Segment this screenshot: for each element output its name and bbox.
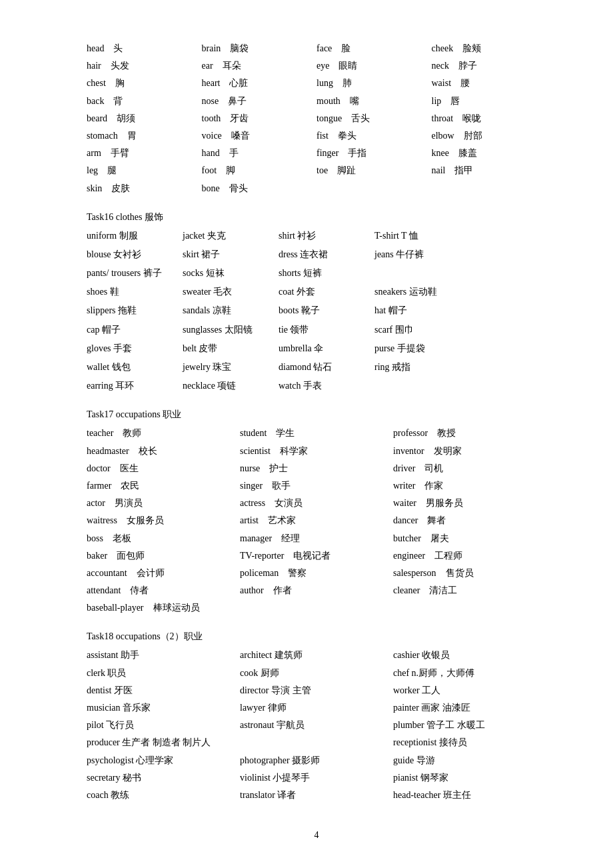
vocab-item — [374, 265, 454, 281]
vocab-item: waiter 男服务员 — [393, 495, 546, 511]
vocab-item: shoes 鞋 — [87, 283, 167, 300]
vocab-item: inventor 发明家 — [393, 443, 546, 459]
task16-section: Task16 clothes 服饰 uniform 制服jacket 夹克shi… — [87, 211, 546, 395]
vocab-item: stomach 胃 — [87, 127, 202, 144]
vocab-item: author 作者 — [240, 582, 393, 599]
vocab-row: hair 头发ear 耳朵eye 眼睛neck 脖子 — [87, 57, 546, 74]
vocab-row: farmer 农民singer 歌手writer 作家 — [87, 477, 546, 494]
vocab-item: cook 厨师 — [240, 665, 393, 681]
vocab-item: T-shirt T 恤 — [374, 227, 454, 244]
vocab-item: nail 指甲 — [432, 162, 547, 179]
vocab-item: sneakers 运动鞋 — [374, 283, 454, 300]
vocab-item: neck 脖子 — [432, 57, 547, 74]
vocab-item — [240, 599, 393, 616]
vocab-item: wallet 钱包 — [87, 359, 167, 375]
vocab-row: uniform 制服jacket 夹克shirt 衬衫T-shirt T 恤 — [87, 227, 546, 244]
vocab-item: violinist 小提琴手 — [240, 769, 393, 786]
vocab-item: farmer 农民 — [87, 477, 240, 494]
vocab-row: cap 帽子sunglasses 太阳镜tie 领带scarf 围巾 — [87, 321, 546, 338]
vocab-item: singer 歌手 — [240, 477, 393, 494]
task17-header: Task17 occupations 职业 — [87, 409, 546, 421]
vocab-item — [393, 599, 546, 616]
vocab-item: accountant 会计师 — [87, 565, 240, 581]
vocab-item: chest 胸 — [87, 75, 202, 91]
vocab-row: producer 生产者 制造者 制片人receptionist 接待员 — [87, 734, 546, 751]
vocab-item: ear 耳朵 — [202, 57, 317, 74]
vocab-row: headmaster 校长scientist 科学家inventor 发明家 — [87, 443, 546, 459]
vocab-item: fist 拳头 — [316, 127, 432, 144]
vocab-item: watch 手表 — [279, 377, 358, 394]
vocab-item: actress 女演员 — [240, 495, 393, 511]
vocab-item: translator 译者 — [240, 787, 393, 803]
vocab-item: manager 经理 — [240, 530, 393, 547]
vocab-row: earring 耳环necklace 项链watch 手表 — [87, 377, 546, 394]
vocab-item: cleaner 清洁工 — [393, 582, 546, 599]
vocab-row: pants/ trousers 裤子socks 短袜shorts 短裤 — [87, 265, 546, 281]
vocab-item: blouse 女衬衫 — [87, 246, 167, 263]
vocab-item: hair 头发 — [87, 57, 202, 74]
clothes-rows: uniform 制服jacket 夹克shirt 衬衫T-shirt T 恤bl… — [87, 227, 546, 395]
vocab-item: dentist 牙医 — [87, 682, 240, 699]
vocab-row: skin 皮肤bone 骨头 — [87, 180, 546, 197]
vocab-item: sweater 毛衣 — [183, 283, 263, 300]
vocab-item: receptionist 接待员 — [393, 734, 546, 751]
vocab-row: stomach 胃voice 嗓音fist 拳头elbow 肘部 — [87, 127, 546, 144]
vocab-row: doctor 医生nurse 护士driver 司机 — [87, 460, 546, 477]
vocab-item: scientist 科学家 — [240, 443, 393, 459]
vocab-item — [316, 180, 432, 197]
vocab-item: worker 工人 — [393, 682, 546, 699]
vocab-item: head-teacher 班主任 — [393, 787, 546, 803]
vocab-item: jacket 夹克 — [183, 227, 263, 244]
vocab-row: coach 教练translator 译者head-teacher 班主任 — [87, 787, 546, 803]
vocab-item: sandals 凉鞋 — [183, 302, 263, 319]
vocab-item: scarf 围巾 — [374, 321, 454, 338]
vocab-row: head 头brain 脑袋face 脸cheek 脸颊 — [87, 40, 546, 57]
vocab-item — [432, 180, 547, 197]
vocab-item: butcher 屠夫 — [393, 530, 546, 547]
vocab-item: skin 皮肤 — [87, 180, 202, 197]
vocab-item: boots 靴子 — [279, 302, 358, 319]
vocab-item: cheek 脸颊 — [432, 40, 547, 57]
vocab-item — [240, 734, 393, 751]
vocab-item: back 背 — [87, 93, 202, 109]
vocab-item: voice 嗓音 — [202, 127, 317, 144]
vocab-item: musician 音乐家 — [87, 699, 240, 716]
vocab-row: baseball-player 棒球运动员 — [87, 599, 546, 616]
vocab-item: assistant 助手 — [87, 647, 240, 663]
vocab-item: diamond 钻石 — [279, 359, 358, 375]
vocab-item: engineer 工程师 — [393, 547, 546, 564]
vocab-item — [374, 377, 454, 394]
vocab-item: chef n.厨师，大师傅 — [393, 665, 546, 681]
vocab-item: pants/ trousers 裤子 — [87, 265, 167, 281]
vocab-item: elbow 肘部 — [432, 127, 547, 144]
vocab-item: brain 脑袋 — [202, 40, 317, 57]
vocab-item: sunglasses 太阳镜 — [183, 321, 263, 338]
vocab-item: lip 唇 — [432, 93, 547, 109]
vocab-item: teacher 教师 — [87, 425, 240, 441]
vocab-item: photographer 摄影师 — [240, 752, 393, 769]
vocab-item: umbrella 伞 — [279, 340, 358, 357]
vocab-item: throat 喉咙 — [432, 110, 547, 127]
vocab-row: clerk 职员cook 厨师chef n.厨师，大师傅 — [87, 665, 546, 681]
vocab-item: driver 司机 — [393, 460, 546, 477]
vocab-row: slippers 拖鞋sandals 凉鞋boots 靴子hat 帽子 — [87, 302, 546, 319]
vocab-item: TV-reporter 电视记者 — [240, 547, 393, 564]
vocab-item: coat 外套 — [279, 283, 358, 300]
vocab-item: pianist 钢琴家 — [393, 769, 546, 786]
vocab-item: director 导演 主管 — [240, 682, 393, 699]
vocab-item: tooth 牙齿 — [202, 110, 317, 127]
vocab-row: leg 腿foot 脚toe 脚趾nail 指甲 — [87, 162, 546, 179]
body-section: head 头brain 脑袋face 脸cheek 脸颊hair 头发ear 耳… — [87, 40, 546, 197]
vocab-row: pilot 飞行员astronaut 宇航员plumber 管子工 水暖工 — [87, 717, 546, 733]
vocab-item: student 学生 — [240, 425, 393, 441]
vocab-item: producer 生产者 制造者 制片人 — [87, 734, 240, 751]
vocab-item: artist 艺术家 — [240, 512, 393, 529]
vocab-item: beard 胡须 — [87, 110, 202, 127]
task18-header: Task18 occupations（2）职业 — [87, 631, 546, 643]
vocab-item: skirt 裙子 — [183, 246, 263, 263]
vocab-item: professor 教授 — [393, 425, 546, 441]
vocab-item: cap 帽子 — [87, 321, 167, 338]
vocab-row: arm 手臂hand 手finger 手指knee 膝盖 — [87, 145, 546, 161]
vocab-row: beard 胡须tooth 牙齿tongue 舌头throat 喉咙 — [87, 110, 546, 127]
body-rows: head 头brain 脑袋face 脸cheek 脸颊hair 头发ear 耳… — [87, 40, 546, 197]
